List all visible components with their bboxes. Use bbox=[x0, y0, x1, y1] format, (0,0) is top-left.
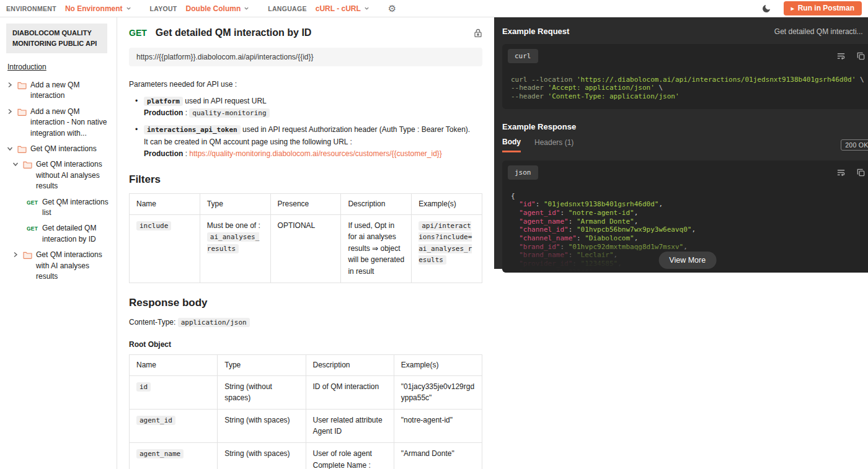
sidebar: DIABOLOCOM QUALITY MONITORING PUBLIC API… bbox=[0, 17, 117, 469]
column-header: Example(s) bbox=[412, 193, 482, 214]
chevron-down-icon bbox=[244, 6, 249, 11]
sidebar-item-request[interactable]: GET Get QM interactions list bbox=[6, 195, 112, 221]
column-header: Type bbox=[218, 355, 306, 376]
chevron-down-icon bbox=[126, 6, 131, 11]
column-header: Type bbox=[200, 193, 270, 214]
filter-name-code: include bbox=[136, 221, 171, 230]
wrap-text-icon[interactable] bbox=[836, 51, 846, 61]
example-response-heading: Example Response bbox=[502, 122, 576, 131]
folder-icon bbox=[17, 108, 27, 116]
column-header: Example(s) bbox=[394, 355, 482, 376]
chevron-right-icon bbox=[12, 251, 19, 258]
sidebar-item-folder[interactable]: Add a new QM interaction - Non native in… bbox=[6, 104, 112, 141]
tab-body[interactable]: Body bbox=[502, 138, 521, 152]
environment-select[interactable]: No Environment bbox=[65, 4, 131, 13]
wrap-text-icon[interactable] bbox=[836, 168, 846, 177]
param-code: platform bbox=[144, 97, 183, 106]
status-badge: 200 OK bbox=[841, 139, 868, 151]
column-header: Presence bbox=[270, 193, 341, 214]
response-code-block: json { "id": "01jedsnxt9138b401gsrh46d0d… bbox=[502, 160, 868, 273]
param-platform: platform used in API request URL Product… bbox=[135, 95, 482, 119]
top-toolbar: ENVIRONMENT No Environment LAYOUT Double… bbox=[0, 0, 868, 17]
param-value-code: quality-monitoring bbox=[189, 108, 269, 118]
folder-icon bbox=[17, 145, 27, 153]
column-header: Description bbox=[306, 355, 394, 376]
chevron-right-icon bbox=[6, 81, 14, 89]
play-triangle-icon: ▸ bbox=[791, 5, 794, 12]
root-object-label: Root Object bbox=[129, 340, 482, 349]
chevron-right-icon bbox=[6, 108, 14, 115]
get-method-badge: GET bbox=[27, 199, 38, 206]
column-header: Name bbox=[130, 355, 218, 376]
response-body-heading: Response body bbox=[129, 297, 482, 309]
root-object-table: Name Type Description Example(s) id Stri… bbox=[129, 354, 482, 469]
param-code: interactions_api_token bbox=[144, 125, 241, 134]
filters-heading: Filters bbox=[129, 173, 482, 186]
example-request-heading: Example Request bbox=[502, 27, 569, 36]
example-selector[interactable]: Get detailed QM interacti... bbox=[774, 27, 868, 36]
chevron-down-icon bbox=[6, 145, 14, 152]
tab-headers[interactable]: Headers (1) bbox=[534, 138, 574, 151]
param-api-token: interactions_api_token used in API reque… bbox=[135, 124, 482, 160]
sidebar-item-folder[interactable]: Add a new QM interaction bbox=[6, 77, 112, 104]
column-header: Description bbox=[341, 193, 412, 214]
response-tabs: Body Headers (1) 200 OK bbox=[502, 138, 868, 152]
copy-icon[interactable] bbox=[856, 51, 866, 61]
curl-code: curl --location 'https://.diabolocom.ai/… bbox=[502, 63, 868, 109]
column-header: Name bbox=[130, 193, 200, 214]
endpoint-title: Get detailed QM interaction by ID bbox=[156, 27, 465, 38]
language-tab: curl bbox=[508, 49, 538, 63]
language-select[interactable]: cURL - cURL bbox=[316, 4, 370, 13]
chevron-down-icon bbox=[364, 6, 370, 11]
sidebar-item-request[interactable]: GET Get detailed QM interaction by ID bbox=[6, 221, 112, 247]
params-intro: Parameters needed for API use : bbox=[129, 79, 482, 90]
language-label: LANGUAGE bbox=[268, 5, 306, 12]
folder-icon bbox=[23, 251, 32, 259]
table-row: agent_id String (with spaces) User relat… bbox=[130, 409, 482, 442]
introduction-link[interactable]: Introduction bbox=[7, 63, 46, 71]
sidebar-item-folder[interactable]: Get QM interactions without AI analyses … bbox=[6, 157, 112, 194]
content-type-line: Content-Type: application/json bbox=[129, 317, 482, 328]
get-method-badge: GET bbox=[27, 225, 38, 232]
http-method-label: GET bbox=[129, 28, 147, 38]
folder-icon bbox=[17, 81, 27, 89]
view-more-button[interactable]: View More bbox=[658, 252, 716, 269]
dark-mode-moon-icon[interactable] bbox=[761, 4, 771, 14]
request-url: https://{{platform}}.diabolocom.ai/api/i… bbox=[129, 48, 482, 66]
chevron-down-icon bbox=[12, 160, 19, 168]
example-panel: Example Request Get detailed QM interact… bbox=[494, 17, 868, 269]
request-code-block: curl curl --location 'https://.diaboloco… bbox=[502, 44, 868, 109]
sidebar-item-folder[interactable]: Get QM interactions bbox=[6, 141, 112, 157]
content-type-code: application/json bbox=[178, 318, 250, 327]
folder-icon bbox=[23, 160, 32, 169]
language-tab: json bbox=[508, 165, 538, 180]
settings-gear-icon[interactable]: ⚙ bbox=[388, 4, 396, 13]
layout-select[interactable]: Double Column bbox=[186, 4, 250, 13]
table-row: include Must be one of : ai_analyses_res… bbox=[130, 214, 482, 283]
copy-icon[interactable] bbox=[856, 168, 866, 177]
environment-label: ENVIRONMENT bbox=[6, 5, 56, 12]
lock-icon bbox=[474, 28, 482, 38]
collection-title: DIABOLOCOM QUALITY MONITORING PUBLIC API bbox=[6, 24, 107, 53]
table-row: agent_name String (with spaces) User of … bbox=[130, 442, 482, 469]
run-in-postman-button[interactable]: ▸ Run in Postman bbox=[784, 1, 862, 15]
table-row: id String (without spaces) ID of QM inte… bbox=[130, 375, 482, 409]
example-column: Example Request Get detailed QM interact… bbox=[494, 17, 868, 469]
customer-resources-link[interactable]: https://quality-monitoring.diabolocom.ai… bbox=[189, 149, 442, 158]
layout-label: LAYOUT bbox=[150, 5, 177, 12]
documentation-main: GET Get detailed QM interaction by ID ht… bbox=[117, 17, 494, 469]
filters-table: Name Type Presence Description Example(s… bbox=[129, 193, 482, 283]
sidebar-item-folder[interactable]: Get QM interactions with AI analyses res… bbox=[6, 247, 112, 284]
